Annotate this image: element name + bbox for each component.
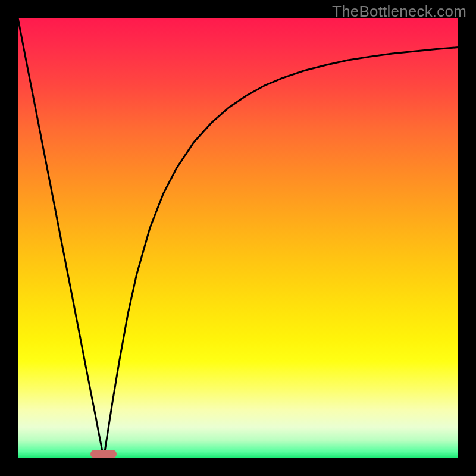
plot-area [18, 18, 458, 458]
sweet-spot-marker [90, 450, 117, 458]
chart-frame: TheBottleneck.com [0, 0, 476, 476]
bottleneck-curve [18, 18, 458, 458]
